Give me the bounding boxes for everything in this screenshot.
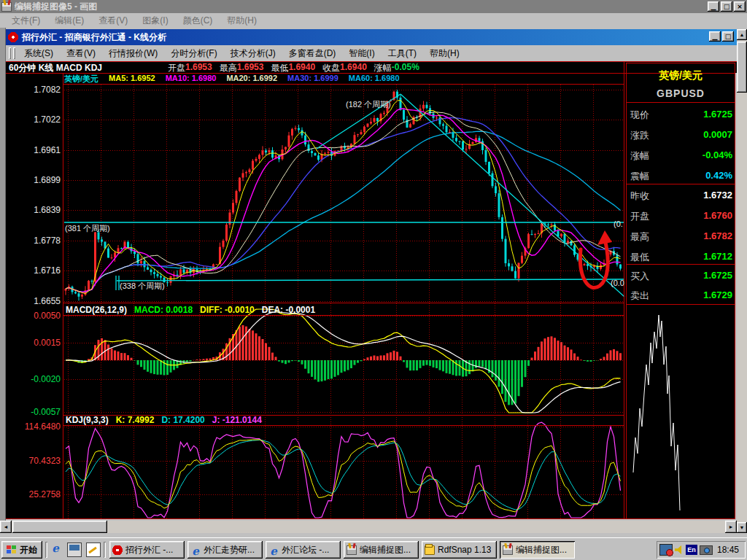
- volume-icon[interactable]: [675, 545, 684, 554]
- editor-icon[interactable]: [86, 542, 101, 557]
- indicator-header-segment: K: 7.4992: [116, 415, 155, 425]
- taskbar-task-6[interactable]: 编辑捕捉图...: [500, 541, 575, 559]
- minimize-button[interactable]: ▁: [708, 1, 719, 12]
- quote-row-label: 买入: [630, 270, 649, 283]
- scroll-left-arrow[interactable]: ◄: [0, 521, 12, 533]
- indicator-header-segment: DEA: -0.0001: [262, 305, 315, 315]
- legend-item: MA60: 1.6980: [349, 74, 400, 84]
- quote-row-label: 卖出: [630, 289, 649, 303]
- screen: 编辑捕捉图像5 - 画图 ▁ □ × 文件(F)编辑(E)查看(V)图象(I)颜…: [0, 0, 747, 560]
- quote-row-value: -0.04%: [703, 149, 732, 160]
- scroll-right-arrow[interactable]: ►: [725, 521, 737, 533]
- vertical-scrollbar[interactable]: ▲ ▼: [737, 29, 747, 533]
- desktop-icon[interactable]: [67, 542, 82, 557]
- forex-menu-item[interactable]: 智能(I): [342, 47, 381, 60]
- quote-row-value: 1.6712: [703, 251, 732, 262]
- paint-icon: [347, 545, 357, 555]
- taskbar-task-1[interactable]: 招行外汇 -...: [109, 541, 185, 559]
- forex-menubar: 系统(S)查看(V)行情报价(W)分时分析(F)技术分析(J)多窗看盘(D)智能…: [6, 45, 737, 61]
- restore-button[interactable]: □: [721, 1, 732, 12]
- taskbar-task-3[interactable]: e外汇论坛 -...: [266, 541, 341, 559]
- minimize-button[interactable]: ▁: [709, 31, 721, 42]
- quote-row-value: 0.42%: [705, 170, 732, 181]
- quote-row-label: 现价: [630, 109, 649, 122]
- toolbar-grip[interactable]: [13, 47, 15, 59]
- task-label: 招行外汇 -...: [125, 544, 173, 556]
- quote-row-value: 1.6760: [703, 210, 732, 221]
- paint-window-buttons: ▁ □ ×: [708, 1, 746, 12]
- quote-row-label: 震幅: [630, 170, 649, 183]
- taskbar-task-4[interactable]: 编辑捕捉图...: [344, 541, 419, 559]
- task-label: RdfSnap 1.13: [438, 545, 491, 555]
- quote-row-label: 昨收: [630, 190, 649, 203]
- legend-item: 英镑/美元: [64, 74, 98, 84]
- forex-titlebar: 招行外汇 - 招商银行外汇通 - K线分析 ▁ □: [6, 29, 737, 45]
- camera-icon[interactable]: [700, 545, 713, 555]
- restore-button[interactable]: □: [722, 31, 734, 42]
- lang-en-badge[interactable]: En: [686, 545, 697, 555]
- axis-tick-label: 1.7022: [4, 114, 61, 125]
- close-button[interactable]: ×: [734, 1, 746, 12]
- forex-menu-item[interactable]: 技术分析(J): [224, 47, 282, 60]
- ie-icon[interactable]: e: [48, 542, 63, 557]
- windows-logo-icon: [7, 545, 17, 554]
- ie-icon: e: [268, 545, 279, 555]
- task-label: 外汇论坛 -...: [282, 544, 329, 556]
- quote-row-value: 1.6782: [703, 230, 732, 241]
- taskbar-separator: [104, 542, 106, 558]
- ma-legend: 英镑/美元MA5: 1.6952MA10: 1.6980MA20: 1.6992…: [64, 74, 400, 84]
- legend-item: MA10: 1.6980: [166, 74, 217, 84]
- toolbar-grip[interactable]: [9, 47, 11, 59]
- axis-tick-label: 1.6899: [4, 175, 61, 185]
- forex-menu-item[interactable]: 帮助(H): [423, 47, 466, 60]
- quote-row-value: 1.6729: [703, 289, 732, 300]
- folder-icon: [425, 545, 435, 555]
- quote-row-value: 0.0007: [703, 129, 732, 140]
- forex-menu-item[interactable]: 多窗看盘(D): [282, 47, 343, 60]
- taskbar-task-5[interactable]: RdfSnap 1.13: [422, 541, 497, 559]
- axis-tick-label: 1.7082: [4, 85, 61, 95]
- paint-menu-item[interactable]: 查看(V): [91, 15, 135, 27]
- scheduler-icon[interactable]: [659, 544, 673, 556]
- paint-icon: [503, 545, 513, 555]
- task-label: 外汇走势研...: [204, 544, 255, 556]
- axis-tick-label: 25.2758: [4, 489, 61, 499]
- paint-menu-item[interactable]: 文件(F): [4, 15, 47, 27]
- forex-menu-item[interactable]: 工具(T): [382, 47, 423, 60]
- forex-menu-item[interactable]: 行情报价(W): [102, 47, 164, 60]
- ie-icon: e: [190, 545, 201, 555]
- paint-menu-item[interactable]: 帮助(H): [220, 15, 264, 27]
- horizontal-scrollbar[interactable]: ◄ ►: [0, 521, 737, 533]
- system-tray: En 18:45: [657, 541, 746, 559]
- axis-tick-label: 1.6961: [4, 145, 61, 155]
- quote-row-label: 最高: [630, 230, 649, 244]
- quote-row-value: 1.6725: [703, 270, 732, 281]
- period-annotation: (182 个周期): [346, 99, 391, 110]
- legend-item: MA5: 1.6952: [109, 74, 155, 84]
- vertical-scroll-thumb[interactable]: [737, 42, 747, 93]
- task-label: 编辑捕捉图...: [360, 544, 411, 556]
- forex-menu-item[interactable]: 查看(V): [60, 47, 102, 60]
- period-annotation: (0.: [614, 219, 623, 228]
- indicator-header-segment: MACD(26,12,9): [66, 305, 127, 315]
- macd-header: MACD(26,12,9)MACD: 0.0018DIFF: -0.0010DE…: [66, 305, 315, 315]
- period-annotation: (381 个周期): [65, 223, 110, 234]
- paint-app-icon: [1, 2, 12, 12]
- taskbar-task-2[interactable]: e外汇走势研...: [187, 541, 263, 559]
- cmb-icon: [112, 545, 123, 555]
- start-button[interactable]: 开始: [1, 541, 42, 559]
- forex-menu-item[interactable]: 分时分析(F): [164, 47, 223, 60]
- axis-tick-label: 0.0050: [4, 311, 61, 321]
- paint-menu-item[interactable]: 图象(I): [135, 15, 175, 27]
- indicator-header-segment: D: 17.4200: [161, 415, 204, 425]
- paint-menu-item[interactable]: 颜色(C): [176, 15, 220, 27]
- forex-window-buttons: ▁ □: [709, 31, 734, 42]
- indicator-header-segment: DIFF: -0.0010: [200, 305, 255, 315]
- axis-tick-label: 0.0015: [4, 338, 61, 348]
- scroll-up-arrow[interactable]: ▲: [737, 29, 747, 40]
- horizontal-scroll-thumb[interactable]: [12, 521, 107, 533]
- forex-menu-item[interactable]: 系统(S): [18, 47, 60, 60]
- scroll-down-arrow[interactable]: ▼: [737, 522, 747, 533]
- paint-menu-item[interactable]: 编辑(E): [47, 15, 91, 27]
- quote-row-label: 涨幅: [630, 149, 649, 163]
